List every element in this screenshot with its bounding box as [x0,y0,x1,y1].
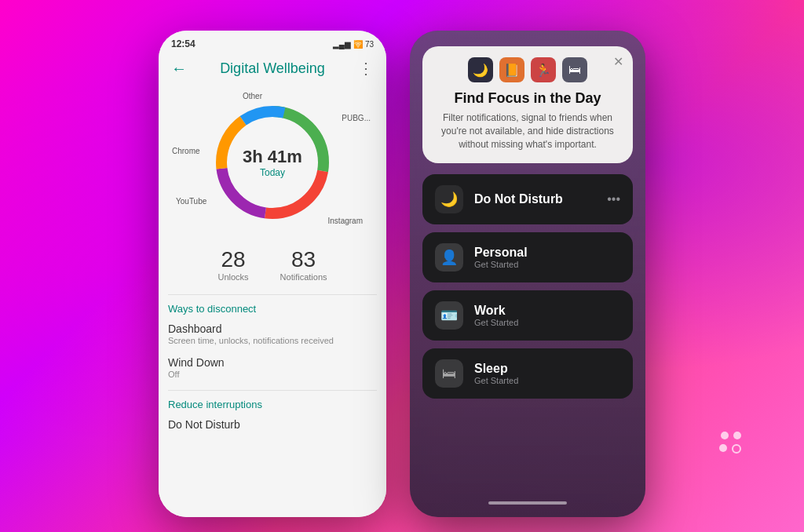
battery-icon: 73 [365,40,374,49]
label-chrome: Chrome [172,147,200,155]
personal-mode-button[interactable]: 👤 Personal Get Started [422,232,633,282]
sleep-icon: 🛏 [435,359,463,388]
label-youtube: YouTube [176,197,206,206]
work-text: Work Get Started [474,304,620,327]
dot-row-2 [719,444,741,454]
do-not-disturb-title: Do Not Disturb [168,418,377,431]
dnd-more-icon[interactable]: ••• [607,192,620,206]
bed-icon-badge: 🛏 [562,57,587,82]
divider-2 [168,390,377,391]
unlocks-stat: 28 Unlocks [217,247,248,282]
ios-content: ✕ 🌙 📙 🏃 🛏 Find Focus in the Day Filter n… [410,31,645,517]
dot-outline [732,444,741,454]
reduce-interruptions-title: Reduce interruptions [168,399,377,410]
signal-icon: ▂▄▆ [333,40,351,49]
unlocks-value: 28 [217,247,248,272]
do-not-disturb-mode-button[interactable]: 🌙 Do Not Disturb ••• [422,174,633,224]
personal-sub: Get Started [474,260,620,269]
notifications-value: 83 [280,247,327,272]
ios-home-bar [422,487,633,509]
personal-text: Personal Get Started [474,246,620,269]
personal-name: Personal [474,246,620,260]
ios-phone: ✕ 🌙 📙 🏃 🛏 Find Focus in the Day Filter n… [410,31,645,517]
work-sub: Get Started [474,318,620,327]
android-page-title: Digital Wellbeing [220,60,325,77]
android-phone: 12:54 ▂▄▆ 🛜 73 ← Digital Wellbeing ⋮ Oth… [159,31,386,517]
label-pubg: PUBG... [342,114,371,122]
dot-row-1 [721,432,741,439]
status-icons: ▂▄▆ 🛜 73 [333,40,374,49]
android-header: ← Digital Wellbeing ⋮ [159,53,386,84]
book-icon-badge: 📙 [499,57,524,82]
focus-card-description: Filter notifications, signal to friends … [435,111,620,151]
personal-icon: 👤 [435,243,463,271]
dot-1 [721,432,729,439]
run-icon-badge: 🏃 [531,57,556,82]
stats-row: 28 Unlocks 83 Notifications [168,247,377,282]
dnd-name: Do Not Disturb [474,192,596,206]
work-mode-button[interactable]: 🪪 Work Get Started [422,290,633,341]
android-content: Other PUBG... Instagram YouTube Chrome [159,84,386,517]
focus-card: ✕ 🌙 📙 🏃 🛏 Find Focus in the Day Filter n… [422,46,633,163]
dots-decoration [719,432,741,454]
sleep-text: Sleep Get Started [474,362,620,385]
wind-down-title: Wind Down [168,356,377,369]
dashboard-sub: Screen time, unlocks, notifications rece… [168,336,377,345]
phones-container: 12:54 ▂▄▆ 🛜 73 ← Digital Wellbeing ⋮ Oth… [0,0,804,532]
work-name: Work [474,304,620,318]
back-button[interactable]: ← [171,60,187,78]
dnd-icon: 🌙 [435,185,463,213]
divider-1 [168,294,377,295]
unlocks-label: Unlocks [217,272,248,282]
label-instagram: Instagram [328,217,363,225]
more-options-button[interactable]: ⋮ [358,59,374,78]
focus-card-title: Find Focus in the Day [435,90,620,107]
moon-icon-badge: 🌙 [468,57,493,82]
dashboard-item[interactable]: Dashboard Screen time, unlocks, notifica… [168,322,377,345]
sleep-mode-button[interactable]: 🛏 Sleep Get Started [422,348,633,399]
home-indicator [488,501,567,505]
dnd-text: Do Not Disturb [474,192,596,206]
notifications-stat: 83 Notifications [280,247,327,282]
donut-center: 3h 41m Today [243,147,302,178]
donut-today-label: Today [243,167,302,178]
android-status-bar: 12:54 ▂▄▆ 🛜 73 [159,31,386,53]
sleep-sub: Get Started [474,376,620,385]
focus-card-close-button[interactable]: ✕ [613,54,623,69]
wifi-icon: 🛜 [353,40,363,49]
wind-down-sub: Off [168,370,377,379]
dot-2 [733,432,741,439]
ways-disconnect-title: Ways to disconnect [168,303,377,315]
donut-time: 3h 41m [243,147,302,167]
label-other: Other [243,92,262,100]
sleep-name: Sleep [474,362,620,376]
dot-group [719,432,741,454]
donut-chart-section: Other PUBG... Instagram YouTube Chrome [168,84,377,241]
dashboard-title: Dashboard [168,322,377,335]
dot-3 [719,444,727,452]
do-not-disturb-item[interactable]: Do Not Disturb [168,418,377,431]
focus-icons-row: 🌙 📙 🏃 🛏 [435,57,620,82]
notifications-label: Notifications [280,272,327,282]
status-time: 12:54 [171,38,196,49]
work-icon: 🪪 [435,301,463,330]
wind-down-item[interactable]: Wind Down Off [168,356,377,379]
